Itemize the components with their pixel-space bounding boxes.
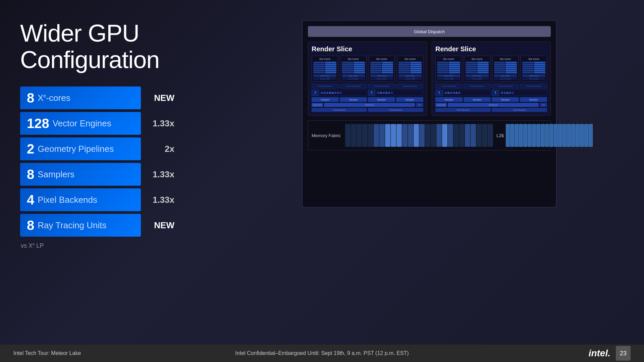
render-slice-1: Render Slice Xe-core — [308, 42, 427, 116]
spec-row-geometry: 2 Geometry Pipelines 2x — [20, 137, 215, 160]
spec-number-xe-cores: 8 — [27, 91, 34, 105]
page-title: Wider GPU Configuration — [20, 20, 215, 73]
spec-row-xe-cores: 8 Xe-cores NEW — [20, 86, 215, 109]
tsu-row-1: Thread Sorting Unit Thread Sorting Unit … — [312, 84, 423, 88]
xe-core-label: Xe-core — [313, 57, 336, 61]
rt-row-1 — [312, 90, 423, 96]
xe-core-units — [313, 62, 336, 73]
spec-badge-vector: 128 Vector Engines — [20, 112, 141, 135]
spec-badge-xe-cores: 8 Xe-cores — [20, 86, 141, 109]
spec-value-samplers: 1.33x — [148, 169, 174, 180]
spec-row-samplers: 8 Samplers 1.33x — [20, 163, 215, 186]
spec-label-pixel: Pixel Backends — [38, 195, 97, 205]
spec-value-xe-cores: NEW — [148, 93, 174, 103]
footer-left: Intel Tech Tour: Meteor Lake — [13, 350, 168, 356]
intel-logo: intel. — [589, 348, 610, 359]
content-area: Wider GPU Configuration 8 Xe-cores NEW 1… — [0, 0, 644, 345]
slice-bottom-1: Sampler Sampler Sampler Sampler Geometry… — [312, 97, 423, 112]
render-slices: Render Slice Xe-core — [308, 42, 551, 116]
footer-center: Intel Confidential–Embargoed Until: Sept… — [168, 350, 476, 356]
xe-core-2-3: Xe-core Load / Store — [492, 56, 519, 82]
spec-number-pixel: 4 — [27, 193, 34, 206]
xe-core-1-1: Xe-core Load / Store — [312, 56, 338, 82]
footer: Intel Tech Tour: Meteor Lake Intel Confi… — [0, 345, 644, 362]
geo-rast-row-2: Geometry Rasterizer HIZ — [435, 103, 547, 107]
main-layout: Wider GPU Configuration 8 Xe-cores NEW 1… — [0, 0, 644, 362]
spec-value-ray: NEW — [148, 220, 174, 231]
xe-core-2-2: Xe-core Load / Store — [464, 56, 490, 82]
spec-label-ray: Ray Tracing Units — [38, 220, 106, 231]
spec-value-geometry: 2x — [148, 144, 174, 154]
spec-number-vector: 128 — [27, 117, 49, 130]
xe-core-label: Xe-core — [342, 57, 365, 61]
xe-core-label: Xe-core — [398, 57, 422, 61]
vs-note: vs Xe LP — [20, 242, 215, 249]
spec-label-vector: Vector Engines — [53, 118, 111, 129]
memory-fabric-grid — [345, 124, 493, 147]
render-slice-2: Render Slice Xe-core — [432, 42, 551, 116]
spec-badge-samplers: 8 Samplers — [20, 163, 141, 186]
l2-label-text: L2$ — [496, 133, 504, 138]
l2-label: L2$ — [493, 124, 506, 147]
spec-badge-ray: 8 Ray Tracing Units — [20, 214, 141, 237]
render-slice-2-title: Render Slice — [435, 45, 547, 53]
rt-row-2 — [435, 90, 547, 96]
gpu-diagram: Global Dispatch Render Slice Xe-core — [302, 20, 557, 208]
spec-number-ray: 8 — [27, 219, 34, 232]
render-slice-1-title: Render Slice — [312, 45, 423, 53]
right-panel: Global Dispatch Render Slice Xe-core — [235, 20, 624, 338]
spec-row-pixel: 4 Pixel Backends 1.33x — [20, 188, 215, 211]
spec-number-samplers: 8 — [27, 168, 34, 181]
xe-core-2-4: Xe-core Load / Store — [521, 56, 547, 82]
spec-label-samplers: Samplers — [38, 169, 74, 180]
spec-number-geometry: 2 — [27, 142, 34, 156]
spec-badge-pixel: 4 Pixel Backends — [20, 188, 141, 211]
samplers-row-2: Sampler Sampler Sampler Sampler — [435, 97, 547, 102]
left-panel: Wider GPU Configuration 8 Xe-cores NEW 1… — [20, 20, 215, 338]
xe-core-2-1: Xe-core Load / Store — [435, 56, 462, 82]
xe-cores-row-2: Xe-core Load / Store — [435, 56, 547, 82]
samplers-row-1: Sampler Sampler Sampler Sampler — [312, 97, 423, 102]
xe-core-1-3: Xe-core Load / Store — [369, 56, 395, 82]
geo-rast-row-1: Geometry Rasterizer HIZ — [312, 103, 423, 107]
l2-grid — [506, 124, 593, 147]
xe-core-1-2: Xe-core Load / Store — [340, 56, 367, 82]
xe-cores-row-1: Xe-core Load / Store — [312, 56, 423, 82]
spec-badge-geometry: 2 Geometry Pipelines — [20, 137, 141, 160]
spec-value-pixel: 1.33x — [148, 195, 174, 205]
memory-label-area: Memory Fabric — [312, 124, 345, 147]
page-number: 23 — [616, 346, 631, 361]
spec-label-xe-cores: Xe-cores — [38, 93, 70, 103]
memory-section: Memory Fabric — [308, 120, 551, 150]
spec-label-geometry: Geometry Pipelines — [38, 144, 114, 154]
spec-row-ray: 8 Ray Tracing Units NEW — [20, 214, 215, 237]
memory-fabric-label: Memory Fabric — [312, 133, 341, 138]
spec-value-vector: 1.33x — [148, 118, 174, 129]
xe-core-label: Xe-core — [370, 57, 393, 61]
tsu-row-2: Thread Sorting Unit Thread Sorting Unit … — [435, 84, 547, 88]
specs-list: 8 Xe-cores NEW 128 Vector Engines 1.33x — [20, 86, 215, 249]
global-dispatch-label: Global Dispatch — [414, 29, 445, 34]
global-dispatch: Global Dispatch — [308, 26, 551, 37]
xe-core-1-4: Xe-core Load / Store — [397, 56, 423, 82]
slice-bottom-2: Sampler Sampler Sampler Sampler Geometry… — [435, 97, 547, 112]
footer-right: intel. 23 — [476, 346, 631, 361]
spec-row-vector: 128 Vector Engines 1.33x — [20, 112, 215, 135]
